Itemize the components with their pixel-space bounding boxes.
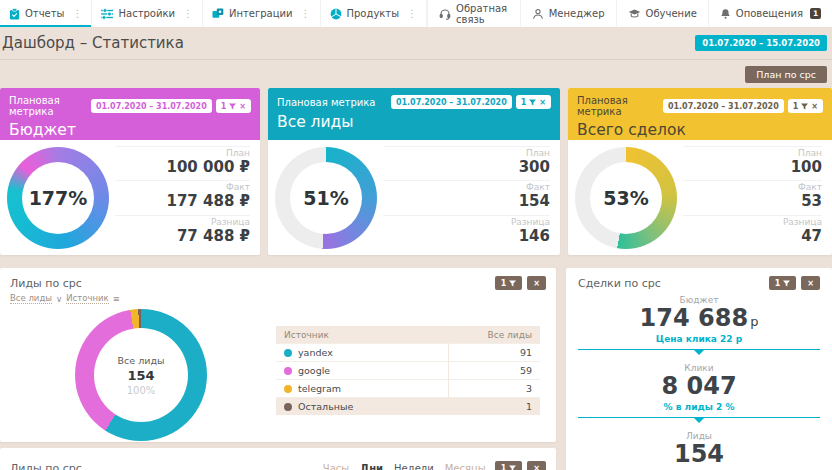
topbar-tabs: Отчеты ⋮ Настройки ⋮ Интеграции ⋮ bbox=[0, 0, 427, 27]
tab-label: Настройки bbox=[118, 8, 174, 19]
funnel-icon bbox=[783, 280, 790, 287]
funnel-icon[interactable] bbox=[801, 103, 808, 110]
card-subtitle: Плановая метрика bbox=[577, 95, 663, 117]
bell-icon bbox=[720, 8, 731, 20]
page-title: Дашборд – Статистика bbox=[2, 34, 184, 52]
funnel-icon bbox=[509, 280, 516, 287]
manager-link[interactable]: Менеджер bbox=[520, 0, 616, 27]
card-filter-controls[interactable]: 1 × bbox=[216, 99, 251, 113]
gauge-percent: 177% bbox=[22, 162, 94, 234]
card-title: Бюджет bbox=[9, 121, 251, 139]
gauge-percent: 51% bbox=[290, 162, 362, 234]
tab-menu-dots[interactable]: ⋮ bbox=[301, 9, 311, 19]
funnel-divider bbox=[578, 417, 820, 426]
top-link-label: Обучение bbox=[646, 8, 697, 19]
sort-icon[interactable]: ≡ bbox=[113, 294, 120, 304]
blocks-icon bbox=[212, 8, 224, 20]
tab-reports[interactable]: Отчеты ⋮ bbox=[0, 0, 92, 27]
funnel-icon[interactable] bbox=[229, 103, 236, 110]
currency-suffix: р bbox=[750, 314, 758, 329]
metric-select[interactable]: Все лиды bbox=[10, 293, 52, 304]
middle-row: Лиды по срс 1 × Все лиды ∨ Источник ≡ bbox=[0, 268, 832, 470]
clipboard-icon bbox=[9, 8, 20, 20]
active-tab-indicator bbox=[0, 25, 91, 27]
stat-diff: Разница 47 bbox=[683, 215, 822, 249]
period-toggle: Часы Дни Недели Месяцы bbox=[323, 463, 486, 470]
close-icon[interactable]: × bbox=[539, 98, 546, 107]
top-link-label: Менеджер bbox=[549, 8, 605, 19]
person-icon bbox=[532, 8, 544, 20]
metric-card-all-leads: Плановая метрика 01.07.2020 – 31.07.2020… bbox=[268, 88, 560, 255]
panel-filter-badge[interactable]: 1 bbox=[495, 461, 523, 470]
tab-menu-dots[interactable]: ⋮ bbox=[183, 9, 193, 19]
funnel-stage-budget: Бюджет 174 688р Цена клика 22 р bbox=[578, 295, 820, 358]
panel-close-badge[interactable]: × bbox=[527, 276, 546, 290]
panel-close-badge[interactable]: × bbox=[801, 276, 820, 290]
left-column: Лиды по срс 1 × Все лиды ∨ Источник ≡ bbox=[0, 268, 556, 470]
leads-donut-center: Все лиды 154 100% bbox=[94, 328, 188, 422]
card-date-range[interactable]: 01.07.2020 – 31.07.2020 bbox=[663, 99, 784, 113]
top-link-label: Обратная связь bbox=[456, 3, 509, 25]
filter-count: 1 bbox=[501, 279, 507, 288]
dimension-select[interactable]: Источник bbox=[66, 293, 108, 304]
legend-row-telegram[interactable]: telegram 3 bbox=[276, 380, 540, 398]
tab-settings[interactable]: Настройки ⋮ bbox=[92, 0, 202, 27]
tab-menu-dots[interactable]: ⋮ bbox=[72, 9, 82, 19]
card-date-range[interactable]: 01.07.2020 – 31.07.2020 bbox=[391, 95, 512, 109]
plan-by-src-button[interactable]: План по срс bbox=[745, 66, 827, 83]
card-date-range[interactable]: 01.07.2020 – 31.07.2020 bbox=[91, 99, 212, 113]
leads-gauge-donut: 51% bbox=[275, 147, 377, 249]
tab-integrations[interactable]: Интеграции ⋮ bbox=[203, 0, 321, 27]
global-date-range[interactable]: 01.07.2020 – 15.07.2020 bbox=[695, 35, 827, 51]
panel-title: Лиды по срс bbox=[10, 277, 82, 290]
tab-menu-dots[interactable]: ⋮ bbox=[407, 9, 417, 19]
card-stats: План 100 Факт 53 Разница 47 bbox=[683, 146, 822, 249]
stat-diff: Разница 146 bbox=[383, 215, 550, 249]
close-icon[interactable]: × bbox=[811, 102, 818, 111]
feedback-link[interactable]: Обратная связь bbox=[427, 0, 520, 27]
deals-gauge-donut: 53% bbox=[575, 147, 677, 249]
filter-count: 1 bbox=[793, 102, 799, 111]
metric-card-budget: Плановая метрика 01.07.2020 – 31.07.2020… bbox=[0, 88, 260, 255]
card-filter-controls[interactable]: 1 × bbox=[516, 95, 551, 109]
topbar-links: Обратная связь Менеджер Обучение Оповеще… bbox=[427, 0, 832, 27]
card-body: 53% План 100 Факт 53 Разница 47 bbox=[568, 140, 832, 255]
leads-pie-donut[interactable]: Все лиды 154 100% bbox=[75, 309, 207, 441]
tab-products[interactable]: Продукты ⋮ bbox=[321, 0, 428, 27]
metric-card-total-deals: Плановая метрика 01.07.2020 – 31.07.2020… bbox=[568, 88, 832, 255]
panel-close-badge[interactable]: × bbox=[527, 461, 546, 470]
panel-title: Лиды по срс bbox=[10, 462, 82, 470]
funnel-stage-leads: Лиды 154 % в сделки 34 % bbox=[578, 431, 820, 470]
card-header: Плановая метрика 01.07.2020 – 31.07.2020… bbox=[568, 88, 832, 140]
series-color-dot bbox=[284, 349, 292, 357]
top-link-label: Оповещения bbox=[736, 8, 803, 19]
card-stats: План 300 Факт 154 Разница 146 bbox=[383, 146, 550, 249]
headset-icon bbox=[439, 8, 451, 20]
period-weeks[interactable]: Недели bbox=[394, 463, 434, 470]
tab-label: Интеграции bbox=[229, 8, 293, 19]
notifications-link[interactable]: Оповещения 1 bbox=[708, 0, 832, 27]
card-title: Всего сделок bbox=[577, 121, 823, 139]
panel-filter-badge[interactable]: 1 bbox=[769, 276, 797, 290]
legend-row-others[interactable]: Остальные 1 bbox=[276, 398, 540, 416]
legend-row-google[interactable]: google 59 bbox=[276, 362, 540, 380]
period-hours[interactable]: Часы bbox=[323, 463, 349, 470]
period-days[interactable]: Дни bbox=[360, 463, 383, 470]
card-body: 177% План 100 000 ₽ Факт 177 488 ₽ Разни… bbox=[0, 140, 260, 255]
card-filter-controls[interactable]: 1 × bbox=[788, 99, 823, 113]
pie-icon bbox=[330, 8, 342, 20]
notification-count-badge: 1 bbox=[810, 8, 821, 19]
card-subtitle: Плановая метрика bbox=[277, 97, 375, 108]
funnel-icon[interactable] bbox=[529, 99, 536, 106]
stat-fact: Факт 177 488 ₽ bbox=[115, 180, 250, 214]
dashboard-app: Отчеты ⋮ Настройки ⋮ Интеграции ⋮ bbox=[0, 0, 832, 470]
period-months[interactable]: Месяцы bbox=[445, 463, 486, 470]
card-header: Плановая метрика 01.07.2020 – 31.07.2020… bbox=[0, 88, 260, 140]
series-color-dot bbox=[284, 367, 292, 375]
education-link[interactable]: Обучение bbox=[616, 0, 708, 27]
panel-filter-badge[interactable]: 1 bbox=[495, 276, 523, 290]
close-icon[interactable]: × bbox=[239, 102, 246, 111]
stat-diff: Разница 77 488 ₽ bbox=[115, 215, 250, 249]
legend-row-yandex[interactable]: yandex 91 bbox=[276, 344, 540, 362]
arrow-down-icon bbox=[694, 418, 704, 423]
